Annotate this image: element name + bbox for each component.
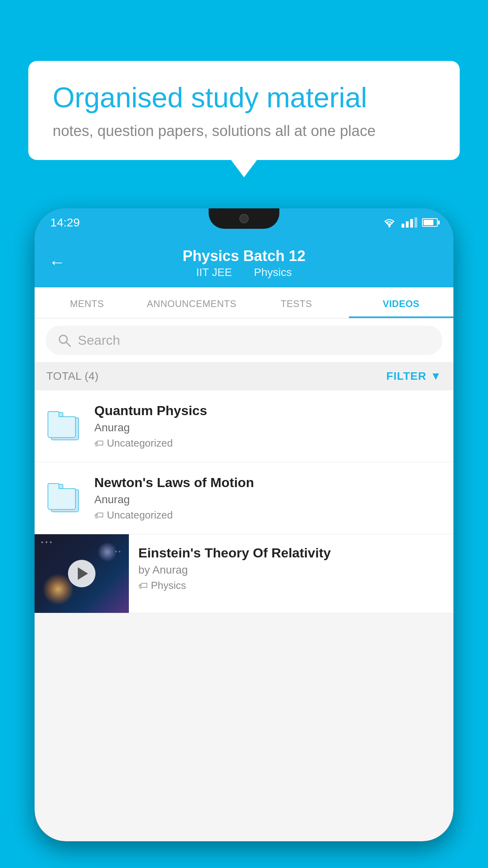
filter-bar: TOTAL (4) FILTER ▼: [35, 362, 453, 390]
status-icons: [382, 217, 438, 228]
status-time: 14:29: [50, 216, 80, 229]
tag-icon-2: 🏷: [94, 510, 104, 521]
svg-line-2: [66, 342, 70, 346]
video-list: Quantum Physics Anurag 🏷 Uncategorized: [35, 390, 453, 613]
video-tag-text-3: Physics: [151, 579, 186, 592]
video-thumbnail-3: ✦ ✦ ✦ ✦ ✦: [35, 534, 129, 613]
total-count: TOTAL (4): [46, 370, 99, 383]
speech-bubble-subtitle: notes, question papers, solutions all at…: [53, 123, 435, 140]
video-tag-3: 🏷 Physics: [138, 579, 444, 592]
tabs-bar: MENTS ANNOUNCEMENTS TESTS VIDEOS: [35, 287, 453, 318]
video-title-3: Einstein's Theory Of Relativity: [138, 545, 444, 561]
phone-inner: 14:29: [35, 208, 453, 841]
speech-bubble-title: Organised study material: [53, 81, 435, 114]
tag-icon-3: 🏷: [138, 580, 148, 591]
folder-thumbnail-2: [46, 476, 85, 520]
wifi-icon: [382, 217, 397, 228]
phone-outer: 14:29: [35, 208, 453, 841]
search-icon: [57, 333, 72, 348]
video-info-2: Newton's Laws of Motion Anurag 🏷 Uncateg…: [94, 475, 442, 521]
video-tag-2: 🏷 Uncategorized: [94, 509, 442, 521]
search-container: Search: [35, 318, 453, 362]
header-title: Physics Batch 12: [183, 248, 306, 265]
back-button[interactable]: ←: [49, 253, 65, 272]
folder-thumbnail-1: [46, 405, 85, 448]
video-tag-text-1: Uncategorized: [107, 437, 173, 449]
battery-icon: [422, 218, 438, 227]
play-triangle-icon: [78, 567, 88, 580]
tab-ments[interactable]: MENTS: [35, 287, 139, 318]
video-author-1: Anurag: [94, 421, 442, 434]
video-info-3: Einstein's Theory Of Relativity by Anura…: [129, 534, 453, 603]
phone-notch: [209, 208, 279, 229]
speech-bubble: Organised study material notes, question…: [28, 61, 460, 160]
list-item[interactable]: ✦ ✦ ✦ ✦ ✦ Einstein's Theory Of Relativit…: [35, 534, 453, 613]
phone-container: 14:29: [35, 208, 453, 868]
video-tag-1: 🏷 Uncategorized: [94, 437, 442, 449]
tab-announcements[interactable]: ANNOUNCEMENTS: [139, 287, 244, 318]
speech-bubble-container: Organised study material notes, question…: [28, 61, 460, 160]
video-title-1: Quantum Physics: [94, 403, 442, 418]
video-tag-text-2: Uncategorized: [107, 509, 173, 521]
tab-tests[interactable]: TESTS: [244, 287, 349, 318]
signal-icon: [402, 217, 417, 228]
tag-icon-1: 🏷: [94, 438, 104, 449]
search-input-wrap[interactable]: Search: [46, 326, 442, 355]
header-title-group: Physics Batch 12 IIT JEE Physics: [183, 248, 306, 279]
list-item[interactable]: Quantum Physics Anurag 🏷 Uncategorized: [35, 390, 453, 462]
play-button-3[interactable]: [68, 560, 95, 587]
video-title-2: Newton's Laws of Motion: [94, 475, 442, 490]
header-subtitle-part2: Physics: [254, 266, 292, 278]
filter-label: FILTER: [386, 370, 426, 383]
header-subtitle: IIT JEE Physics: [183, 266, 306, 279]
video-author-3: by Anurag: [138, 564, 444, 576]
video-author-2: Anurag: [94, 493, 442, 506]
filter-icon: ▼: [430, 370, 442, 383]
video-info-1: Quantum Physics Anurag 🏷 Uncategorized: [94, 403, 442, 449]
filter-button[interactable]: FILTER ▼: [386, 370, 442, 383]
tab-videos[interactable]: VIDEOS: [349, 287, 454, 318]
search-placeholder: Search: [78, 333, 120, 348]
thumb-glow2: [97, 542, 117, 562]
header-subtitle-part1: IIT JEE: [196, 266, 232, 278]
camera-icon: [239, 214, 249, 223]
app-header: ← Physics Batch 12 IIT JEE Physics: [35, 237, 453, 287]
svg-point-0: [389, 226, 391, 228]
list-item[interactable]: Newton's Laws of Motion Anurag 🏷 Uncateg…: [35, 462, 453, 534]
